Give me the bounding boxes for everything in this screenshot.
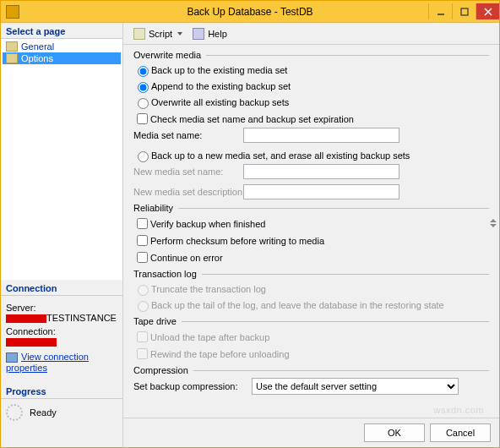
cancel-button[interactable]: Cancel <box>430 423 491 442</box>
checkbox-input <box>137 331 148 342</box>
radio-input[interactable] <box>138 98 149 109</box>
spinner-icon <box>6 404 23 421</box>
nav-general[interactable]: General <box>3 41 121 52</box>
server-value: TESTINSTANCE <box>6 313 117 323</box>
nav-label: General <box>21 41 54 52</box>
compression-row: Set backup compression: Use the default … <box>133 378 489 395</box>
media-name-label: Media set name: <box>133 130 243 140</box>
check-media-name[interactable]: Check media set name and backup set expi… <box>133 111 489 127</box>
check-rewind: Rewind the tape before unloading <box>133 346 489 362</box>
media-name-input[interactable] <box>243 128 399 143</box>
toolbar: Script Help <box>123 23 499 45</box>
radio-overwrite-all[interactable]: Overwrite all existing backup sets <box>133 95 489 110</box>
compression-select[interactable]: Use the default server setting <box>252 378 459 395</box>
group-title: Tape drive <box>133 316 177 326</box>
connection-header: Connection <box>1 280 122 296</box>
checkbox-input[interactable] <box>137 252 148 263</box>
group-tape: Tape drive Unload the tape after backup … <box>133 316 489 362</box>
titlebar[interactable]: Back Up Database - TestDB <box>1 1 499 22</box>
progress-area: Ready <box>1 399 122 426</box>
help-button[interactable]: Help <box>189 26 231 41</box>
properties-icon <box>6 352 18 363</box>
ok-button[interactable]: OK <box>364 423 425 442</box>
radio-input[interactable] <box>138 151 149 162</box>
group-title: Transaction log <box>133 269 197 279</box>
group-compression: Compression Set backup compression: Use … <box>133 365 489 395</box>
right-panel: Script Help Overwrite media Back up to t… <box>123 23 499 447</box>
view-connection-link[interactable]: View connection properties <box>6 352 117 373</box>
radio-new-media[interactable]: Back up to a new media set, and erase al… <box>133 148 489 163</box>
new-media-desc-input <box>243 184 399 199</box>
help-icon <box>193 28 204 40</box>
page-icon <box>6 53 18 63</box>
new-media-name-input <box>243 164 399 179</box>
radio-truncate: Truncate the transaction log <box>133 281 489 297</box>
new-media-desc-row: New media set description: <box>133 184 489 199</box>
checkbox-input <box>137 348 148 359</box>
radio-input <box>138 285 149 296</box>
checkbox-input[interactable] <box>137 235 148 246</box>
help-label: Help <box>208 29 227 39</box>
dialog-window: Back Up Database - TestDB Select a page … <box>0 0 500 448</box>
group-tlog: Transaction log Truncate the transaction… <box>133 269 489 313</box>
connection-value <box>6 336 117 347</box>
radio-input[interactable] <box>138 66 149 77</box>
new-media-name-row: New media set name: <box>133 164 489 179</box>
server-label: Server: <box>6 303 117 313</box>
group-title: Reliability <box>133 203 173 213</box>
radio-append[interactable]: Append to the existing backup set <box>133 79 489 94</box>
group-title: Overwrite media <box>133 50 201 60</box>
connection-info: Server: TESTINSTANCE Connection: View co… <box>1 296 122 376</box>
progress-status: Ready <box>30 407 57 418</box>
script-button[interactable]: Script <box>130 26 186 41</box>
window-title: Back Up Database - TestDB <box>1 6 499 18</box>
check-verify[interactable]: Verify backup when finished <box>133 216 489 232</box>
nav-label: Options <box>21 53 53 63</box>
footer: OK Cancel <box>123 418 499 447</box>
progress-header: Progress <box>1 383 122 399</box>
new-media-name-label: New media set name: <box>133 167 243 177</box>
check-continue[interactable]: Continue on error <box>133 249 489 265</box>
checkbox-input[interactable] <box>137 113 148 124</box>
radio-input[interactable] <box>138 82 149 93</box>
script-label: Script <box>149 29 172 39</box>
new-media-desc-label: New media set description: <box>133 187 243 197</box>
compression-label: Set backup compression: <box>133 381 252 391</box>
script-icon <box>133 28 145 40</box>
select-page-header: Select a page <box>1 23 122 39</box>
checkbox-input[interactable] <box>137 218 148 229</box>
dialog-body: Select a page General Options Connection… <box>1 22 499 447</box>
page-icon <box>6 41 18 52</box>
check-unload: Unload the tape after backup <box>133 329 489 345</box>
redacted-icon <box>6 338 57 347</box>
page-nav: General Options <box>1 39 122 280</box>
group-overwrite: Overwrite media Back up to the existing … <box>133 50 489 199</box>
scroll-hint <box>490 219 497 227</box>
radio-tail: Back up the tail of the log, and leave t… <box>133 298 489 313</box>
form-area: Overwrite media Back up to the existing … <box>123 45 499 418</box>
nav-options[interactable]: Options <box>3 52 121 64</box>
group-reliability: Reliability Verify backup when finished … <box>133 203 489 265</box>
group-title: Compression <box>133 365 188 375</box>
media-name-row: Media set name: <box>133 128 489 143</box>
radio-existing-media[interactable]: Back up to the existing media set <box>133 63 489 78</box>
connection-label: Connection: <box>6 326 117 336</box>
chevron-down-icon <box>177 32 182 36</box>
check-checksum[interactable]: Perform checksum before writing to media <box>133 232 489 249</box>
left-panel: Select a page General Options Connection… <box>1 23 123 447</box>
radio-input <box>138 301 149 312</box>
redacted-icon <box>6 314 46 323</box>
